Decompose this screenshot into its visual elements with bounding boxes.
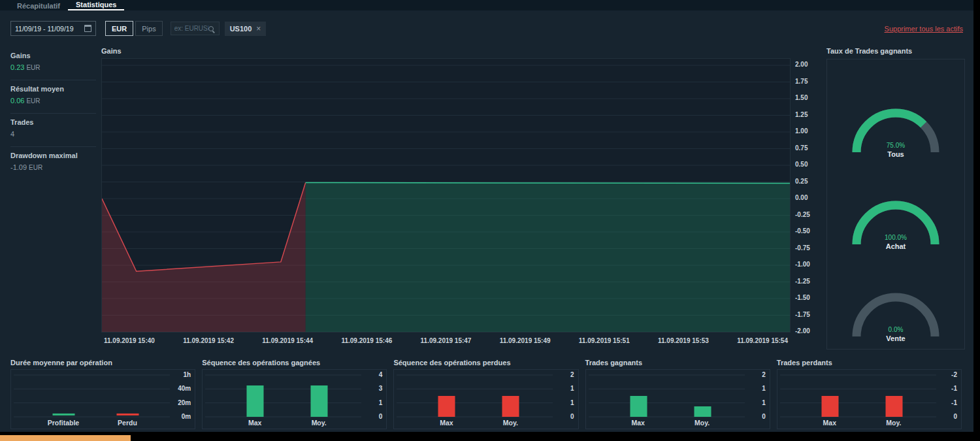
category-label: Perdu	[101, 419, 154, 427]
panel-title: Trades perdants	[777, 359, 962, 369]
axis-tick-label: 0	[570, 413, 574, 420]
stat-value: 0.06EUR	[10, 97, 96, 105]
statistics-dashboard: Récapitulatif Statistiques 11/09/19 - 11…	[0, 0, 973, 432]
y-axis-label: -2.00	[795, 327, 810, 335]
summary-stat: Gains 0.23EUR	[10, 47, 96, 80]
category-label: Max	[804, 419, 856, 427]
panel-chart-box: -2-1-10MaxMoy.	[777, 369, 962, 429]
y-axis-label: 0.75	[795, 144, 808, 152]
category-label: Moy.	[676, 419, 728, 427]
x-axis-label: 11.09.2019 15:40	[104, 337, 155, 344]
summary-stats-column: Gains 0.23EUR Résultat moyen 0.06EUR Tra…	[10, 47, 96, 180]
axis-tick-label: 0	[953, 413, 957, 420]
category-label: Moy.	[484, 419, 536, 427]
calendar-icon	[84, 25, 91, 32]
unit-button-pips[interactable]: Pips	[135, 21, 162, 36]
panel-chart-box: 1h40m20m0mProfitablePerdu	[10, 369, 195, 429]
axis-tick-label: 1h	[184, 371, 191, 378]
y-axis-label: 2.00	[795, 61, 808, 68]
axis-tick-label: 0	[762, 413, 766, 420]
panel-chart-box: 4310MaxMoy.	[202, 369, 387, 429]
symbol-search	[171, 22, 220, 35]
axis-tick-label: 40m	[178, 385, 191, 392]
axis-tick-label: 2	[762, 371, 766, 378]
asset-tag-label: US100	[230, 25, 252, 33]
panel-loss-streak: Séquence des opérations perdues 2110MaxM…	[393, 359, 578, 429]
stat-value: 0.23EUR	[10, 63, 96, 71]
summary-stat: Drawdown maximal -1.09EUR	[10, 147, 96, 180]
stat-label: Drawdown maximal	[10, 152, 96, 159]
gains-chart-title: Gains	[101, 47, 815, 58]
remove-tag-icon[interactable]: ×	[256, 24, 261, 33]
y-axis-label: 0.00	[795, 194, 808, 201]
gains-plot-area	[101, 58, 791, 333]
y-axis-label: 1.00	[795, 127, 808, 135]
date-range-value: 11/09/19 - 11/09/19	[15, 25, 74, 33]
panel-chart-box: 2110MaxMoy.	[393, 369, 578, 429]
x-axis-label: 11.09.2019 15:49	[500, 337, 551, 344]
tab-bar: Récapitulatif Statistiques	[0, 0, 973, 10]
axis-tick-label: 20m	[178, 399, 191, 406]
category-label: Max	[420, 419, 472, 427]
stat-value: -1.09EUR	[10, 163, 96, 171]
date-range-picker[interactable]: 11/09/19 - 11/09/19	[10, 21, 96, 36]
gains-chart-svg	[102, 59, 790, 332]
gains-x-axis: 11.09.2019 15:4011.09.2019 15:4211.09.20…	[101, 337, 791, 344]
tab-recapitulatif[interactable]: Récapitulatif	[9, 1, 68, 10]
axis-tick-label: 1	[570, 385, 574, 392]
axis-tick-label: 1	[379, 399, 383, 406]
panel-chart-box: 2110MaxMoy.	[585, 369, 770, 429]
panel-avg-duration: Durée moyenne par opération 1h40m20m0mPr…	[10, 359, 195, 429]
win-rate-panel: Taux de Trades gagnants 75.0% Tous 100.0…	[826, 47, 965, 350]
category-label: Moy.	[868, 419, 920, 427]
x-axis-label: 11.09.2019 15:42	[183, 337, 234, 344]
axis-tick-label: -1	[951, 399, 957, 406]
axis-tick-label: -2	[951, 371, 957, 378]
category-label: Profitable	[37, 419, 90, 427]
tab-statistiques[interactable]: Statistiques	[68, 0, 124, 10]
summary-stat: Résultat moyen 0.06EUR	[10, 80, 96, 114]
gauge-achat: 100.0% Achat	[840, 188, 951, 250]
axis-tick-label: 3	[379, 385, 383, 392]
axis-tick-label: 0m	[182, 413, 191, 420]
category-label: Max	[229, 419, 281, 427]
gauge-value: 100.0%	[885, 234, 907, 241]
gauge-tous: 75.0% Tous	[840, 96, 951, 158]
gauge-value: 0.0%	[889, 326, 904, 333]
stat-label: Gains	[10, 52, 96, 59]
panel-win-streak: Séquence des opérations gagnées 4310MaxM…	[202, 359, 387, 429]
y-axis-label: -0.50	[795, 227, 810, 235]
x-axis-label: 11.09.2019 15:53	[658, 337, 709, 344]
filter-toolbar: 11/09/19 - 11/09/19 EUR Pips US100 × Sup…	[10, 20, 963, 37]
remove-all-assets-link[interactable]: Supprimer tous les actifs	[885, 25, 963, 33]
stat-label: Trades	[10, 118, 96, 126]
bottom-mini-charts-row: Durée moyenne par opération 1h40m20m0mPr…	[10, 359, 962, 429]
stat-label: Résultat moyen	[10, 85, 96, 93]
unit-toggle-group: EUR Pips	[105, 21, 163, 36]
y-axis-label: 0.25	[795, 178, 808, 185]
asset-tag-us100[interactable]: US100 ×	[225, 22, 267, 36]
y-axis-label: -1.00	[795, 261, 810, 268]
y-axis-label: 1.50	[795, 94, 808, 101]
win-rate-title: Taux de Trades gagnants	[826, 47, 965, 58]
gains-y-axis: 2.001.751.501.251.000.750.500.250.00-0.2…	[791, 58, 815, 333]
gauge-label: Vente	[886, 335, 905, 342]
axis-tick-label: 0	[379, 413, 383, 420]
category-label: Max	[612, 419, 664, 427]
gauge-label: Achat	[886, 242, 906, 250]
gauge-value: 75.0%	[887, 142, 905, 149]
panel-title: Séquence des opérations gagnées	[202, 359, 387, 369]
panel-title: Trades gagnants	[585, 359, 770, 369]
axis-tick-label: 1	[570, 399, 574, 406]
symbol-search-input[interactable]	[174, 25, 208, 32]
panel-title: Séquence des opérations perdues	[393, 359, 578, 369]
win-rate-gauges: 75.0% Tous 100.0% Achat 0.0% Vente	[826, 59, 965, 350]
axis-tick-label: 1	[762, 399, 766, 406]
y-axis-label: -1.50	[795, 294, 810, 301]
category-label: Moy.	[293, 419, 345, 427]
y-axis-label: 1.75	[795, 78, 808, 85]
unit-button-eur[interactable]: EUR	[105, 21, 133, 36]
search-icon	[208, 26, 214, 31]
x-axis-label: 11.09.2019 15:46	[341, 337, 392, 344]
x-axis-label: 11.09.2019 15:51	[579, 337, 630, 344]
